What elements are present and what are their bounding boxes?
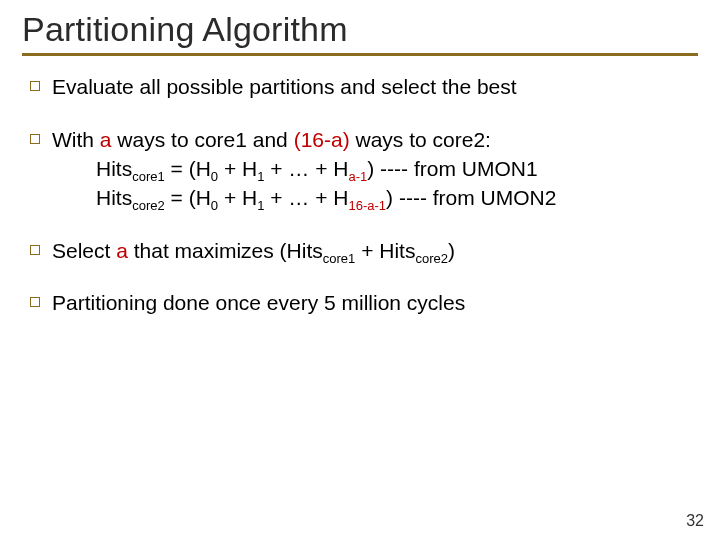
bullet-list: Evaluate all possible partitions and sel…	[26, 74, 698, 317]
bullet-3: Select a that maximizes (Hitscore1 + Hit…	[26, 238, 698, 265]
sub: core2	[132, 198, 165, 213]
bullet-1-text: Evaluate all possible partitions and sel…	[52, 75, 517, 98]
sub: core1	[323, 251, 356, 266]
sub: 0	[211, 198, 218, 213]
sub: core2	[415, 251, 448, 266]
t: ) ---- from UMON2	[386, 186, 556, 209]
bullet-2-line0: With a ways to core1 and (16-a) ways to …	[52, 128, 491, 151]
t: )	[448, 239, 455, 262]
t: With	[52, 128, 100, 151]
t: + H	[218, 186, 257, 209]
expr-16-a: (16-a)	[294, 128, 350, 151]
bullet-4: Partitioning done once every 5 million c…	[26, 290, 698, 317]
slide: Partitioning Algorithm Evaluate all poss…	[0, 0, 720, 540]
t: Hits	[96, 186, 132, 209]
slide-title: Partitioning Algorithm	[22, 10, 698, 49]
bullet-2-line2: Hitscore2 = (H0 + H1 + … + H16-a-1) ----…	[96, 185, 698, 212]
title-underline	[22, 53, 698, 56]
t: = (H	[165, 157, 211, 180]
sub-a-1: a-1	[348, 169, 367, 184]
t: ) ---- from UMON1	[367, 157, 537, 180]
t: ways to core2:	[350, 128, 491, 151]
sub: 0	[211, 169, 218, 184]
var-a: a	[100, 128, 112, 151]
sub: core1	[132, 169, 165, 184]
t: = (H	[165, 186, 211, 209]
t: ways to core1 and	[112, 128, 294, 151]
t: + … + H	[264, 186, 348, 209]
sub-16-a-1: 16-a-1	[348, 198, 386, 213]
t: Select	[52, 239, 116, 262]
bullet-4-text: Partitioning done once every 5 million c…	[52, 291, 465, 314]
t: Hits	[96, 157, 132, 180]
t: + H	[218, 157, 257, 180]
bullet-2: With a ways to core1 and (16-a) ways to …	[26, 127, 698, 212]
var-a: a	[116, 239, 128, 262]
t: + Hits	[355, 239, 415, 262]
t: that maximizes (Hits	[128, 239, 323, 262]
bullet-1: Evaluate all possible partitions and sel…	[26, 74, 698, 101]
page-number: 32	[686, 512, 704, 530]
t: + … + H	[264, 157, 348, 180]
bullet-2-line1: Hitscore1 = (H0 + H1 + … + Ha-1) ---- fr…	[96, 156, 698, 183]
